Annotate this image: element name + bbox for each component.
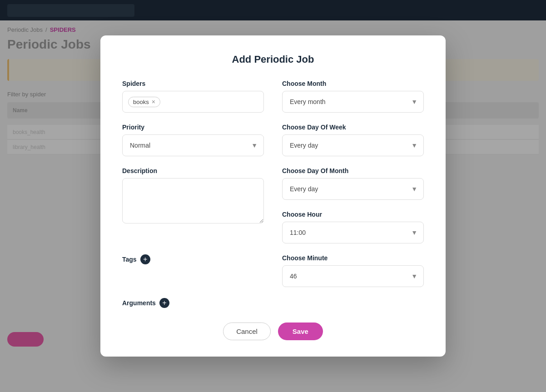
modal-overlay: Add Periodic Job Spiders books × Choose … bbox=[0, 0, 546, 392]
choose-day-of-month-wrapper: Every day ▼ bbox=[282, 178, 424, 200]
cancel-button[interactable]: Cancel bbox=[223, 323, 271, 340]
tags-group: Tags + bbox=[122, 254, 264, 287]
choose-minute-select[interactable]: 46 bbox=[282, 265, 424, 287]
choose-minute-group: Choose Minute 46 ▼ bbox=[282, 254, 424, 287]
spiders-input[interactable]: books × bbox=[122, 91, 264, 113]
choose-day-of-week-wrapper: Every day ▼ bbox=[282, 134, 424, 156]
spider-tag-text: books bbox=[133, 99, 149, 105]
save-button[interactable]: Save bbox=[278, 323, 323, 340]
arguments-add-icon[interactable]: + bbox=[159, 298, 169, 308]
choose-day-of-month-label: Choose Day Of Month bbox=[282, 167, 424, 174]
modal-body: Spiders books × Choose Month Every month… bbox=[122, 80, 424, 308]
arguments-label-row: Arguments + bbox=[122, 298, 264, 308]
spiders-label: Spiders bbox=[122, 80, 264, 87]
choose-hour-label: Choose Hour bbox=[282, 211, 424, 218]
tags-label-row: Tags + bbox=[122, 254, 264, 264]
modal-footer: Cancel Save bbox=[122, 323, 424, 340]
modal-title: Add Periodic Job bbox=[122, 54, 424, 65]
arguments-label: Arguments bbox=[122, 299, 156, 307]
priority-group: Priority Normal ▼ bbox=[122, 124, 264, 156]
add-periodic-job-modal: Add Periodic Job Spiders books × Choose … bbox=[100, 35, 446, 357]
choose-month-wrapper: Every month ▼ bbox=[282, 91, 424, 113]
choose-hour-wrapper: 11:00 ▼ bbox=[282, 222, 424, 243]
tags-add-icon[interactable]: + bbox=[140, 254, 150, 264]
spider-tag-books: books × bbox=[128, 97, 160, 107]
description-textarea[interactable] bbox=[122, 178, 264, 223]
choose-month-select[interactable]: Every month bbox=[282, 91, 424, 113]
tags-label: Tags bbox=[122, 256, 137, 263]
arguments-group: Arguments + bbox=[122, 298, 264, 308]
choose-hour-group: Choose Hour 11:00 ▼ bbox=[282, 211, 424, 243]
description-group: Description bbox=[122, 167, 264, 243]
description-label: Description bbox=[122, 167, 264, 174]
spiders-group: Spiders books × bbox=[122, 80, 264, 113]
choose-day-of-week-group: Choose Day Of Week Every day ▼ bbox=[282, 124, 424, 156]
choose-minute-label: Choose Minute bbox=[282, 254, 424, 262]
priority-label: Priority bbox=[122, 124, 264, 131]
choose-day-of-month-group: Choose Day Of Month Every day ▼ bbox=[282, 167, 424, 200]
spider-tag-remove[interactable]: × bbox=[152, 99, 155, 105]
choose-month-label: Choose Month bbox=[282, 80, 424, 87]
priority-wrapper: Normal ▼ bbox=[122, 134, 264, 156]
choose-month-group: Choose Month Every month ▼ bbox=[282, 80, 424, 113]
choose-hour-select[interactable]: 11:00 bbox=[282, 222, 424, 243]
choose-day-of-week-select[interactable]: Every day bbox=[282, 134, 424, 156]
choose-minute-wrapper: 46 ▼ bbox=[282, 265, 424, 287]
choose-day-of-week-label: Choose Day Of Week bbox=[282, 124, 424, 131]
priority-select[interactable]: Normal bbox=[122, 134, 264, 156]
choose-day-of-month-select[interactable]: Every day bbox=[282, 178, 424, 200]
